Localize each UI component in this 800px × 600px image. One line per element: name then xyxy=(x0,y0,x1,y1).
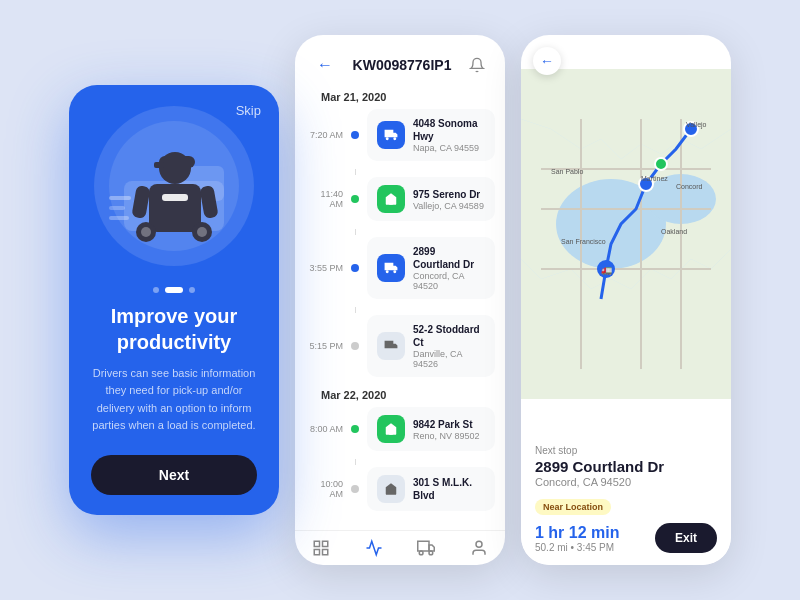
stop-time-6: 10:00 AM xyxy=(305,479,343,499)
svg-rect-23 xyxy=(315,550,320,555)
svg-text:San Pablo: San Pablo xyxy=(551,168,583,175)
stop-dot-2 xyxy=(351,195,359,203)
route-item-3[interactable]: 3:55 PM 2899 Courtland Dr Concord, CA 94… xyxy=(305,237,495,299)
stop-icon-2 xyxy=(377,185,405,213)
stop-address-6: 301 S M.L.K. Blvd xyxy=(413,476,485,502)
stop-time-2: 11:40 AM xyxy=(305,189,343,209)
svg-point-27 xyxy=(420,551,424,555)
nav-route[interactable] xyxy=(365,539,383,557)
bottom-nav xyxy=(295,530,505,565)
stop-icon-3 xyxy=(377,254,405,282)
eta-duration: 1 hr 12 min xyxy=(535,524,619,542)
svg-rect-25 xyxy=(418,541,429,551)
stop-address-5: 9842 Park St xyxy=(413,418,485,431)
stop-dot-4 xyxy=(351,342,359,350)
stop-city-3: Concord, CA 94520 xyxy=(413,271,485,291)
svg-text:Vallejo: Vallejo xyxy=(686,121,707,129)
date-group-1: Mar 21, 2020 xyxy=(305,87,495,109)
map-screen: 🚛 Vallejo Martinez San Francisco Oakland… xyxy=(521,35,731,565)
svg-text:Concord: Concord xyxy=(676,183,703,190)
stop-info-2: 975 Sereno Dr Vallejo, CA 94589 xyxy=(413,188,485,211)
stop-address-2: 975 Sereno Dr xyxy=(413,188,485,201)
map-area: 🚛 Vallejo Martinez San Francisco Oakland… xyxy=(521,35,731,433)
stop-city-4: Danville, CA 94526 xyxy=(413,349,485,369)
stop-info-6: 301 S M.L.K. Blvd xyxy=(413,476,485,502)
stop-card-2[interactable]: 975 Sereno Dr Vallejo, CA 94589 xyxy=(367,177,495,221)
route-id: KW0098776IP1 xyxy=(353,57,452,73)
svg-rect-24 xyxy=(323,550,328,555)
svg-text:San Francisco: San Francisco xyxy=(561,238,606,245)
nav-grid[interactable] xyxy=(312,539,330,557)
svg-point-20 xyxy=(393,270,396,273)
nav-truck[interactable] xyxy=(417,539,435,557)
svg-rect-21 xyxy=(315,541,320,546)
stop-info-5: 9842 Park St Reno, NV 89502 xyxy=(413,418,485,441)
exit-button[interactable]: Exit xyxy=(655,523,717,553)
back-button[interactable]: ← xyxy=(311,51,339,79)
svg-point-17 xyxy=(386,137,389,140)
stop-dot-1 xyxy=(351,131,359,139)
map-visualization: 🚛 Vallejo Martinez San Francisco Oakland… xyxy=(521,35,731,433)
stop-icon-5 xyxy=(377,415,405,443)
route-list: Mar 21, 2020 7:20 AM 4048 Sonoma Hwy Nap… xyxy=(295,87,505,530)
stop-dot-5 xyxy=(351,425,359,433)
stop-info-4: 52-2 Stoddard Ct Danville, CA 94526 xyxy=(413,323,485,369)
stop-icon-4 xyxy=(377,332,405,360)
date-group-2: Mar 22, 2020 xyxy=(305,385,495,407)
route-item-2[interactable]: 11:40 AM 975 Sereno Dr Vallejo, CA 94589 xyxy=(305,177,495,221)
illustration xyxy=(69,95,279,277)
next-stop-city: Concord, CA 94520 xyxy=(535,476,717,488)
eta-info: 1 hr 12 min 50.2 mi • 3:45 PM xyxy=(535,524,619,553)
eta-row: 1 hr 12 min 50.2 mi • 3:45 PM Exit xyxy=(535,523,717,553)
next-stop-label: Next stop xyxy=(535,445,717,456)
onboarding-description: Drivers can see basic information they n… xyxy=(91,365,257,435)
stop-time-3: 3:55 PM xyxy=(305,263,343,273)
route-item-5[interactable]: 8:00 AM 9842 Park St Reno, NV 89502 xyxy=(305,407,495,451)
route-item-1[interactable]: 7:20 AM 4048 Sonoma Hwy Napa, CA 94559 xyxy=(305,109,495,161)
svg-point-28 xyxy=(429,551,433,555)
route-item-4[interactable]: 5:15 PM 52-2 Stoddard Ct Danville, CA 94… xyxy=(305,315,495,377)
nav-profile[interactable] xyxy=(470,539,488,557)
svg-text:Martinez: Martinez xyxy=(641,175,668,182)
next-button[interactable]: Next xyxy=(91,455,257,495)
stop-info-1: 4048 Sonoma Hwy Napa, CA 94559 xyxy=(413,117,485,153)
next-stop-panel: Next stop 2899 Courtland Dr Concord, CA … xyxy=(521,433,731,565)
svg-point-19 xyxy=(386,270,389,273)
onboarding-screen: Skip xyxy=(69,85,279,515)
svg-marker-26 xyxy=(429,545,434,551)
svg-point-46 xyxy=(655,158,667,170)
notification-button[interactable] xyxy=(465,53,489,77)
stop-dot-3 xyxy=(351,264,359,272)
stop-city-2: Vallejo, CA 94589 xyxy=(413,201,485,211)
stop-address-1: 4048 Sonoma Hwy xyxy=(413,117,485,143)
stop-city-1: Napa, CA 94559 xyxy=(413,143,485,153)
svg-point-18 xyxy=(393,137,396,140)
stop-icon-6 xyxy=(377,475,405,503)
stop-card-3[interactable]: 2899 Courtland Dr Concord, CA 94520 xyxy=(367,237,495,299)
route-list-screen: ← KW0098776IP1 Mar 21, 2020 7:20 AM xyxy=(295,35,505,565)
stop-card-1[interactable]: 4048 Sonoma Hwy Napa, CA 94559 xyxy=(367,109,495,161)
svg-rect-22 xyxy=(323,541,328,546)
stop-card-6[interactable]: 301 S M.L.K. Blvd xyxy=(367,467,495,511)
stop-time-1: 7:20 AM xyxy=(305,130,343,140)
svg-point-29 xyxy=(476,541,482,547)
svg-text:🚛: 🚛 xyxy=(601,264,613,276)
stop-dot-6 xyxy=(351,485,359,493)
stop-icon-1 xyxy=(377,121,405,149)
stop-time-4: 5:15 PM xyxy=(305,341,343,351)
stop-address-3: 2899 Courtland Dr xyxy=(413,245,485,271)
eta-details: 50.2 mi • 3:45 PM xyxy=(535,542,619,553)
svg-text:Oakland: Oakland xyxy=(661,228,687,235)
stop-info-3: 2899 Courtland Dr Concord, CA 94520 xyxy=(413,245,485,291)
stop-card-4[interactable]: 52-2 Stoddard Ct Danville, CA 94526 xyxy=(367,315,495,377)
route-header: ← KW0098776IP1 xyxy=(295,35,505,87)
next-stop-address: 2899 Courtland Dr xyxy=(535,458,717,476)
stop-time-5: 8:00 AM xyxy=(305,424,343,434)
stop-city-5: Reno, NV 89502 xyxy=(413,431,485,441)
map-back-button[interactable]: ← xyxy=(533,47,561,75)
near-location-badge: Near Location xyxy=(535,499,611,515)
stop-address-4: 52-2 Stoddard Ct xyxy=(413,323,485,349)
onboarding-title: Improve your productivity xyxy=(91,303,257,355)
route-item-6[interactable]: 10:00 AM 301 S M.L.K. Blvd xyxy=(305,467,495,511)
stop-card-5[interactable]: 9842 Park St Reno, NV 89502 xyxy=(367,407,495,451)
